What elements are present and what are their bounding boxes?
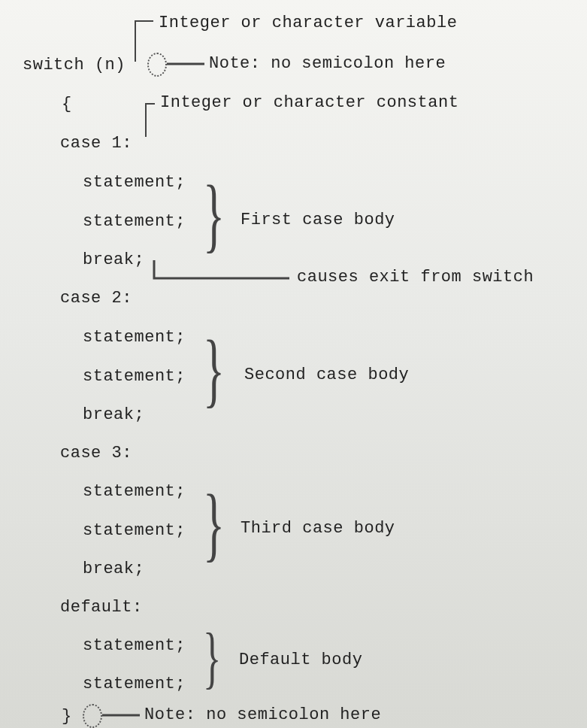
code-case2-break: break; <box>83 405 144 424</box>
connector-top-icon <box>167 62 204 65</box>
code-case1-break: break; <box>83 250 144 269</box>
connector-bottom-icon <box>102 714 140 717</box>
annotation-default-body: Default body <box>239 651 362 669</box>
code-case-3: case 3: <box>60 444 132 463</box>
brace-first-icon: } <box>203 173 225 256</box>
annotation-var-type: Integer or character variable <box>159 14 457 32</box>
annotation-no-semicolon-top: Note: no semicolon here <box>209 54 446 73</box>
brace-default-icon: } <box>203 623 222 692</box>
dotted-ellipse-top <box>147 53 167 77</box>
exit-connector-icon <box>150 256 293 284</box>
annotation-no-semicolon-bottom: Note: no semicolon here <box>144 705 381 724</box>
annotation-exit-switch: causes exit from switch <box>297 268 534 287</box>
dotted-ellipse-bottom <box>83 704 102 728</box>
annotation-third-body: Third case body <box>241 519 395 538</box>
code-switch: switch (n) <box>23 56 126 74</box>
annotation-first-body: First case body <box>241 211 395 229</box>
code-case1-stmt1: statement; <box>83 173 186 192</box>
code-case-2: case 2: <box>60 289 132 308</box>
bracket-to-case-value-icon <box>141 99 158 141</box>
code-close-brace: } <box>62 707 72 726</box>
code-case-1: case 1: <box>60 134 132 153</box>
code-case3-stmt2: statement; <box>83 521 186 540</box>
code-default-stmt2: statement; <box>83 675 186 693</box>
code-default-stmt1: statement; <box>83 636 186 655</box>
code-default: default: <box>60 598 143 617</box>
code-case3-break: break; <box>83 560 144 578</box>
brace-third-icon: } <box>203 482 225 565</box>
code-case3-stmt1: statement; <box>83 482 186 501</box>
code-case1-stmt2: statement; <box>83 212 186 231</box>
annotation-second-body: Second case body <box>244 366 409 384</box>
code-case2-stmt1: statement; <box>83 328 186 347</box>
code-open-brace: { <box>62 95 72 114</box>
annotation-const-type: Integer or character constant <box>160 93 458 112</box>
brace-second-icon: } <box>203 328 225 411</box>
code-case2-stmt2: statement; <box>83 367 186 386</box>
